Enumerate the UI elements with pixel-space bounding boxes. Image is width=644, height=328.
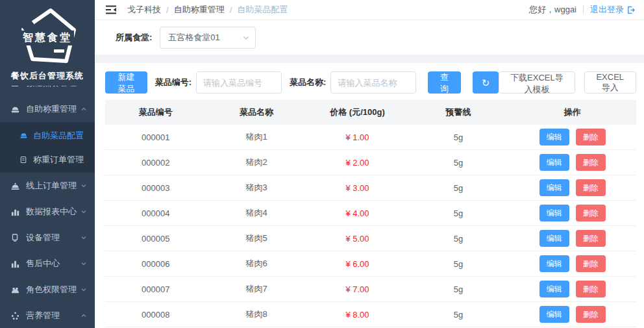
filter-bar: 所属食堂: 五宫格食堂01 <box>95 20 644 55</box>
cell-warning: 5g <box>408 208 508 218</box>
weighing-scale-icon <box>10 104 20 114</box>
cell-price: ¥ 7.00 <box>307 284 408 294</box>
edit-button[interactable]: 编辑 <box>539 154 569 171</box>
delete-button[interactable]: 删除 <box>576 179 606 196</box>
edit-button[interactable]: 编辑 <box>539 306 569 323</box>
sidebar-item-label: 设备管理 <box>26 232 80 244</box>
main-area: 戈子科技 / 自助称重管理 / 自助菜品配置 您好，wggai 退出登录 所属食… <box>95 0 644 328</box>
order-document-icon <box>19 155 28 164</box>
chevron-down-icon <box>242 34 250 42</box>
sidebar-item-label: 数据报表中心 <box>26 206 80 218</box>
cell-warning: 5g <box>408 132 508 142</box>
cell-name: 猪肉4 <box>206 207 306 219</box>
cell-name: 猪肉1 <box>206 131 306 143</box>
table-row: 000006 猪肉6 ¥ 6.00 5g 编辑 删除 <box>105 251 636 277</box>
delete-button[interactable]: 删除 <box>576 205 606 221</box>
dish-code-input[interactable] <box>196 71 282 94</box>
exit-door-icon <box>626 6 635 14</box>
sidebar-item-role-permission[interactable]: 角色权限管理 <box>0 277 95 303</box>
logo-text: 智慧食堂 <box>21 31 74 45</box>
cell-code: 000008 <box>105 310 206 320</box>
delete-button[interactable]: 删除 <box>576 281 606 297</box>
logout-button[interactable]: 退出登录 <box>590 4 635 16</box>
dish-name-input[interactable] <box>330 71 416 94</box>
logout-label: 退出登录 <box>590 4 624 16</box>
cell-name: 猪肉7 <box>206 283 306 295</box>
breadcrumb-item-company[interactable]: 戈子科技 <box>127 4 161 16</box>
delete-button[interactable]: 删除 <box>576 306 606 323</box>
sidebar-item-truncated[interactable]: 微信点餐管理 <box>0 86 95 96</box>
breadcrumb-separator: / <box>166 5 169 15</box>
app-root: 智慧食堂 餐饮后台管理系统 微信点餐管理 自助称重管理 <box>0 0 644 328</box>
column-header-price: 价格 (元/100g) <box>307 107 408 118</box>
menu-generic-icon <box>10 86 20 88</box>
sidebar-item-weigh-management[interactable]: 自助称重管理 <box>0 96 95 122</box>
delete-button[interactable]: 删除 <box>576 255 606 272</box>
sidebar-item-device-management[interactable]: 设备管理 <box>0 225 95 251</box>
chevron-down-icon <box>80 234 87 241</box>
breadcrumb: 戈子科技 / 自助称重管理 / 自助菜品配置 <box>127 4 288 16</box>
query-button[interactable]: 查询 <box>428 71 460 94</box>
cell-code: 000001 <box>105 132 206 142</box>
sidebar-item-report-center[interactable]: 数据报表中心 <box>0 199 95 225</box>
edit-button[interactable]: 编辑 <box>539 179 569 196</box>
cell-code: 000005 <box>105 234 206 244</box>
cell-actions: 编辑 删除 <box>509 255 636 272</box>
dish-code-label: 菜品编号: <box>155 77 192 88</box>
logo-dash <box>54 49 64 53</box>
cell-code: 000004 <box>105 208 206 218</box>
table-row: 000003 猪肉3 ¥ 3.00 5g 编辑 删除 <box>105 175 636 201</box>
edit-button[interactable]: 编辑 <box>539 129 569 145</box>
user-area: 您好，wggai 退出登录 <box>529 4 635 16</box>
new-dish-button[interactable]: 新建菜品 <box>105 71 147 94</box>
system-name: 餐饮后台管理系统 <box>0 70 95 82</box>
sidebar-item-aftersale-center[interactable]: 售后中心 <box>0 251 95 277</box>
sidebar-fold-icon[interactable] <box>105 5 117 15</box>
sidebar-item-nutrition[interactable]: 营养管理 <box>0 303 95 328</box>
excel-import-button[interactable]: EXCEL导入 <box>584 71 636 94</box>
sidebar-item-online-orders[interactable]: 线上订单管理 <box>0 173 95 199</box>
chevron-up-icon <box>80 312 87 319</box>
table-row: 000002 猪肉2 ¥ 2.00 5g 编辑 删除 <box>105 150 636 175</box>
table-row: 000008 猪肉8 ¥ 8.00 5g 编辑 删除 <box>105 302 636 327</box>
topbar: 戈子科技 / 自助称重管理 / 自助菜品配置 您好，wggai 退出登录 <box>95 0 644 20</box>
chevron-down-icon <box>80 260 87 267</box>
sidebar-item-label: 线上订单管理 <box>26 180 80 192</box>
canteen-select[interactable]: 五宫格食堂01 <box>160 27 256 49</box>
edit-button[interactable]: 编辑 <box>539 255 569 272</box>
download-template-button[interactable]: 下载EXCEL导入模板 <box>499 71 575 94</box>
cell-actions: 编辑 删除 <box>509 230 636 247</box>
cell-name: 猪肉8 <box>206 309 306 320</box>
cell-code: 000007 <box>105 284 206 294</box>
cell-code: 000003 <box>105 183 206 193</box>
column-header-actions: 操作 <box>509 107 636 118</box>
cell-actions: 编辑 删除 <box>509 281 636 297</box>
content-card: 新建菜品 菜品编号: 菜品名称: 查询 ↻ 下载EXCEL导入模板 EXCEL导… <box>95 63 644 328</box>
refresh-button[interactable]: ↻ <box>473 71 499 94</box>
cell-price: ¥ 4.00 <box>307 208 408 218</box>
cell-actions: 编辑 删除 <box>509 154 636 171</box>
sidebar-menu: 微信点餐管理 自助称重管理 自助菜品配置 <box>0 86 95 328</box>
column-header-warning: 预警线 <box>408 107 508 118</box>
delete-button[interactable]: 删除 <box>576 129 606 145</box>
cell-actions: 编辑 删除 <box>509 129 636 145</box>
sidebar-item-dish-config[interactable]: 自助菜品配置 <box>0 123 95 147</box>
dish-cover-icon <box>10 181 20 191</box>
edit-button[interactable]: 编辑 <box>539 281 569 297</box>
user-group-icon <box>10 284 20 295</box>
chevron-up-icon <box>80 106 87 112</box>
kiosk-device-icon <box>10 233 20 243</box>
sidebar-item-label: 角色权限管理 <box>26 284 80 296</box>
breadcrumb-item-current: 自助菜品配置 <box>237 4 288 16</box>
sidebar-item-weigh-orders[interactable]: 称重订单管理 <box>0 147 95 171</box>
delete-button[interactable]: 删除 <box>576 230 606 247</box>
delete-button[interactable]: 删除 <box>576 154 606 171</box>
cell-warning: 5g <box>408 259 508 269</box>
edit-button[interactable]: 编辑 <box>539 205 569 221</box>
cell-warning: 5g <box>408 158 508 168</box>
refresh-icon: ↻ <box>482 77 490 88</box>
breadcrumb-item-weigh-management[interactable]: 自助称重管理 <box>174 4 225 16</box>
cell-warning: 5g <box>408 284 508 294</box>
table-row: 000004 猪肉4 ¥ 4.00 5g 编辑 删除 <box>105 201 636 226</box>
edit-button[interactable]: 编辑 <box>539 230 569 247</box>
